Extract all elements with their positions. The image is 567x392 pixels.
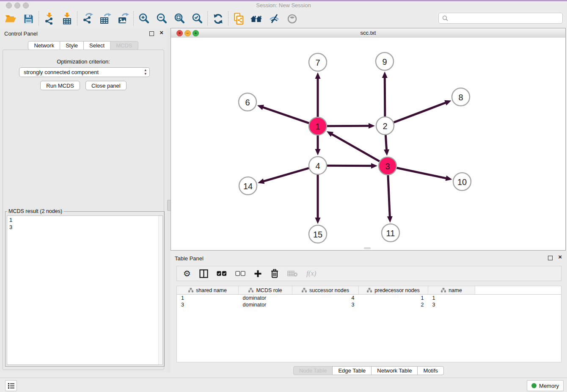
control-panel-float-icon[interactable] bbox=[149, 31, 154, 36]
table-row[interactable]: 3dominator323 bbox=[177, 301, 561, 308]
table-panel-close-icon[interactable]: × bbox=[558, 253, 562, 261]
memory-status-icon bbox=[531, 383, 537, 388]
network-bottom-handle[interactable] bbox=[364, 247, 371, 249]
toolbar-separator bbox=[207, 11, 208, 26]
function-builder-icon[interactable]: f(x) bbox=[306, 268, 317, 279]
zoom-selected-icon[interactable] bbox=[188, 10, 206, 27]
tab-network-table[interactable]: Network Table bbox=[371, 366, 418, 375]
table-row[interactable]: 1dominator411 bbox=[177, 295, 561, 302]
show-column-panel-icon[interactable] bbox=[199, 268, 208, 279]
column-header-predecessor-nodes[interactable]: predecessor nodes bbox=[359, 286, 428, 295]
table-cell: 1 bbox=[428, 295, 475, 302]
tab-mcds[interactable]: MCDS bbox=[110, 41, 138, 50]
export-table-icon[interactable] bbox=[96, 10, 114, 27]
column-type-icon bbox=[367, 288, 372, 293]
select-all-columns-icon[interactable] bbox=[217, 268, 227, 279]
column-header-MCDS-role[interactable]: MCDS role bbox=[239, 286, 292, 295]
table-cell: 3 bbox=[177, 301, 239, 308]
node-table: shared nameMCDS rolesuccessor nodesprede… bbox=[176, 286, 561, 362]
graph-edge-1-2[interactable] bbox=[327, 126, 370, 126]
tab-motifs[interactable]: Motifs bbox=[417, 366, 444, 375]
graph-node-label: 9 bbox=[382, 57, 387, 66]
export-network-icon[interactable] bbox=[79, 10, 96, 27]
graph-edge-arrowhead bbox=[258, 179, 264, 184]
optimization-criterion-select[interactable]: strongly connected component ▴▾ bbox=[19, 67, 150, 77]
unselect-all-columns-icon[interactable] bbox=[235, 268, 245, 279]
graph-edge-4-14[interactable] bbox=[263, 168, 309, 182]
tab-select[interactable]: Select bbox=[83, 41, 110, 50]
memory-button[interactable]: Memory bbox=[527, 380, 564, 391]
column-header-shared-name[interactable]: shared name bbox=[177, 286, 239, 295]
status-bar: Memory bbox=[0, 378, 567, 392]
table-cell: 1 bbox=[359, 295, 428, 302]
network-minimize-icon[interactable]: − bbox=[184, 30, 191, 36]
optimization-criterion-value: strongly connected component bbox=[24, 69, 99, 75]
task-history-button[interactable] bbox=[5, 380, 17, 391]
close-panel-button[interactable]: Close panel bbox=[85, 81, 127, 90]
tab-network[interactable]: Network bbox=[28, 41, 60, 50]
graph-edge-3-11[interactable] bbox=[388, 175, 390, 218]
graph-edge-3-1[interactable] bbox=[331, 134, 380, 161]
network-canvas[interactable]: 7968124314101511 bbox=[171, 38, 565, 250]
graph-node-label: 10 bbox=[457, 177, 467, 187]
delete-table-icon[interactable] bbox=[287, 268, 298, 279]
table-cell: 3 bbox=[292, 301, 359, 308]
column-type-icon bbox=[302, 288, 307, 293]
minimize-window-icon[interactable] bbox=[14, 3, 20, 8]
column-header-name[interactable]: name bbox=[428, 286, 475, 295]
zoom-fit-icon[interactable] bbox=[171, 10, 188, 27]
table-panel-float-icon[interactable] bbox=[548, 256, 553, 260]
graph-edge-arrowhead bbox=[315, 218, 321, 224]
refresh-layout-icon[interactable] bbox=[209, 10, 227, 27]
control-panel-close-icon[interactable]: × bbox=[160, 29, 163, 36]
graph-edge-2-3[interactable] bbox=[385, 135, 386, 151]
mcds-result-line: 1 bbox=[9, 216, 160, 224]
search-input[interactable] bbox=[450, 14, 562, 23]
table-cell-filler bbox=[475, 295, 561, 302]
run-mcds-button[interactable]: Run MCDS bbox=[40, 81, 80, 90]
tab-node-table[interactable]: Node Table bbox=[293, 366, 333, 375]
table-panel-title: Table Panel bbox=[175, 255, 204, 262]
table-cell: dominator bbox=[239, 301, 292, 308]
graph-edge-2-9[interactable] bbox=[385, 77, 385, 116]
column-header-filler bbox=[475, 286, 561, 295]
graph-edge-2-8[interactable] bbox=[394, 102, 447, 122]
add-column-icon[interactable] bbox=[254, 268, 262, 279]
table-cell-filler bbox=[475, 301, 561, 308]
import-network-icon[interactable] bbox=[40, 10, 58, 27]
zoom-out-icon[interactable] bbox=[153, 10, 171, 27]
table-header-row[interactable]: shared nameMCDS rolesuccessor nodesprede… bbox=[177, 286, 561, 295]
maximize-window-icon[interactable] bbox=[23, 3, 29, 8]
control-panel: Control Panel × NetworkStyleSelectMCDS O… bbox=[0, 28, 167, 373]
mcds-result-title: MCDS result (2 nodes) bbox=[7, 208, 63, 214]
export-image-icon[interactable] bbox=[114, 10, 132, 27]
network-graph[interactable]: 7968124314101511 bbox=[171, 38, 565, 251]
graph-edge-4-3[interactable] bbox=[327, 166, 372, 166]
graph-edge-3-10[interactable] bbox=[397, 168, 447, 179]
close-window-icon[interactable] bbox=[6, 3, 12, 8]
network-maximize-icon[interactable]: + bbox=[193, 30, 199, 36]
graph-node-label: 8 bbox=[458, 93, 463, 102]
tab-style[interactable]: Style bbox=[60, 41, 84, 50]
tab-edge-table[interactable]: Edge Table bbox=[332, 366, 372, 375]
graph-node-label: 1 bbox=[315, 122, 320, 131]
copy-network-icon[interactable] bbox=[230, 10, 248, 27]
zoom-in-icon[interactable] bbox=[135, 10, 153, 27]
mcds-result-text[interactable]: 13 bbox=[7, 215, 163, 365]
graph-edge-1-6[interactable] bbox=[262, 107, 309, 123]
save-session-icon[interactable] bbox=[19, 10, 37, 27]
open-file-icon[interactable] bbox=[2, 10, 19, 27]
table-cell: 2 bbox=[359, 301, 428, 308]
column-header-successor-nodes[interactable]: successor nodes bbox=[292, 286, 359, 295]
show-graphics-details-icon[interactable] bbox=[283, 10, 301, 27]
result-scrollbar[interactable] bbox=[158, 216, 162, 364]
table-panel: Table Panel × ⚙ f(x) bbox=[171, 253, 567, 378]
import-table-icon[interactable] bbox=[58, 10, 76, 27]
hide-selected-icon[interactable] bbox=[265, 10, 283, 27]
delete-column-icon[interactable] bbox=[270, 268, 279, 279]
network-title: scc.txt bbox=[171, 28, 565, 38]
first-neighbors-icon[interactable] bbox=[248, 10, 265, 27]
table-options-gear-icon[interactable]: ⚙ bbox=[183, 268, 191, 279]
network-close-icon[interactable]: × bbox=[176, 30, 183, 36]
table-cell: 4 bbox=[292, 295, 359, 302]
